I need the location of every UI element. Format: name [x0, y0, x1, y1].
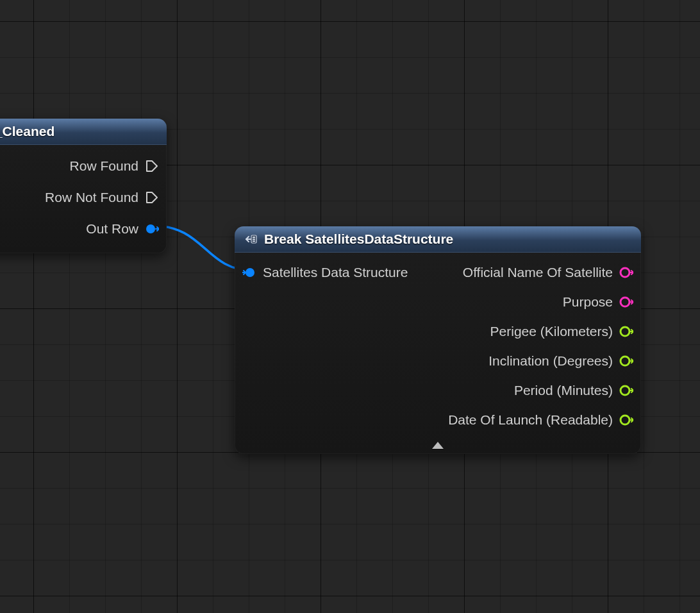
float-pin-icon[interactable] [619, 413, 633, 427]
svg-point-9 [621, 357, 629, 365]
svg-point-6 [621, 268, 629, 277]
exec-pin-icon[interactable] [145, 190, 159, 205]
pin-label: Row Not Found [45, 190, 138, 205]
svg-rect-4 [253, 240, 255, 242]
get-datatable-row-node[interactable]: eSatellites_Cleaned Row Found Row Not Fo… [0, 119, 167, 253]
pin-label: Inclination (Degrees) [488, 353, 613, 369]
svg-point-11 [621, 416, 629, 424]
svg-point-5 [246, 268, 254, 277]
svg-point-10 [621, 386, 629, 395]
pin-label: Official Name Of Satellite [463, 265, 613, 280]
exec-pin-row-not-found[interactable]: Row Not Found [45, 181, 159, 213]
pin-label: Date Of Launch (Readable) [448, 412, 613, 428]
pin-label: Purpose [563, 294, 613, 310]
chevron-up-icon [432, 442, 444, 449]
svg-point-0 [146, 224, 155, 233]
break-struct-icon [245, 233, 258, 246]
float-pin-icon[interactable] [619, 354, 633, 368]
input-pin-struct[interactable]: Satellites Data Structure [242, 258, 408, 287]
break-struct-node[interactable]: Break SatellitesDataStructure Satellites… [235, 226, 641, 454]
pin-label: Perigee (Kilometers) [490, 324, 613, 339]
output-pin[interactable]: Period (Minutes) [514, 376, 633, 405]
output-pin-out-row[interactable]: Out Row [86, 213, 159, 244]
collapse-toggle[interactable] [235, 436, 641, 454]
exec-pin-row-found[interactable]: Row Found [70, 150, 159, 181]
svg-point-8 [621, 327, 629, 336]
node-title: eSatellites_Cleaned [0, 124, 54, 139]
svg-rect-3 [253, 239, 255, 240]
node-title: Break SatellitesDataStructure [264, 231, 453, 247]
pin-label: Row Found [70, 158, 138, 174]
node-header[interactable]: eSatellites_Cleaned [0, 119, 167, 145]
svg-rect-2 [253, 237, 255, 238]
svg-point-7 [621, 298, 629, 306]
output-pin[interactable]: Official Name Of Satellite [463, 258, 633, 287]
float-pin-icon[interactable] [619, 324, 633, 339]
output-pin[interactable]: Inclination (Degrees) [488, 346, 633, 376]
node-header[interactable]: Break SatellitesDataStructure [235, 226, 641, 253]
output-pin[interactable]: Purpose [563, 287, 633, 317]
exec-pin-icon[interactable] [145, 159, 159, 173]
pin-label: Satellites Data Structure [263, 265, 408, 280]
float-pin-icon[interactable] [619, 383, 633, 398]
pin-label: Period (Minutes) [514, 383, 613, 398]
output-pin[interactable]: Perigee (Kilometers) [490, 317, 633, 346]
string-pin-icon[interactable] [619, 265, 633, 280]
struct-pin-icon[interactable] [242, 265, 256, 280]
output-pin[interactable]: Date Of Launch (Readable) [448, 405, 633, 435]
pin-label: Out Row [86, 221, 138, 237]
struct-pin-icon[interactable] [145, 222, 159, 236]
string-pin-icon[interactable] [619, 295, 633, 309]
